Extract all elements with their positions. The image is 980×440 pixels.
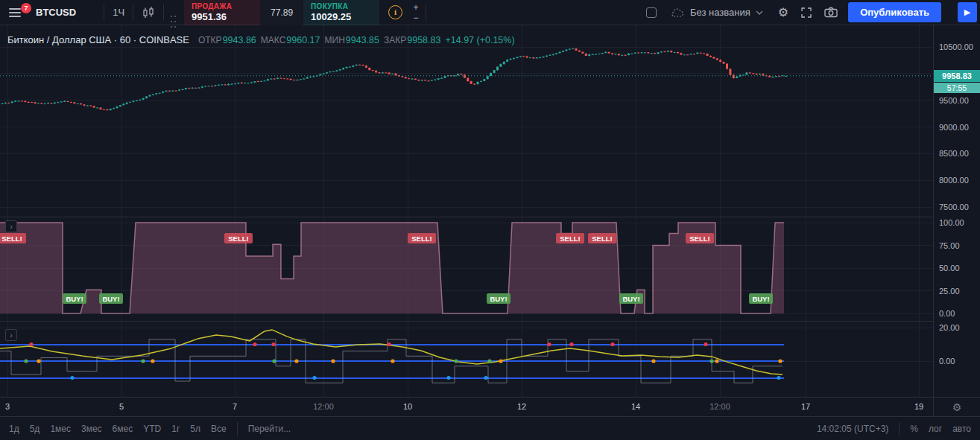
buy-label: ПОКУПКА [311, 2, 348, 10]
time-axis-label: 14 [631, 402, 640, 411]
toolbar-separator [104, 4, 104, 21]
range-ytd[interactable]: YTD [143, 424, 161, 434]
svg-text:BUY!: BUY! [490, 295, 507, 303]
time-axis-label: 12 [517, 402, 526, 411]
play-panel-button[interactable]: ▶ [958, 2, 977, 22]
legend-title[interactable]: Биткоин / Доллар США · 60 · COINBASE [7, 34, 189, 45]
chevron-down-icon [756, 10, 763, 15]
pane-separator[interactable] [0, 217, 980, 217]
info-button[interactable]: i [385, 5, 405, 19]
time-axis-label: 10 [403, 402, 412, 411]
range-1y[interactable]: 1г [171, 424, 180, 434]
trade-qty-controls: + − [408, 2, 423, 23]
publish-button[interactable]: Опубликовать [848, 2, 941, 22]
high-label: МАКС [261, 35, 286, 45]
svg-text:BUY!: BUY! [66, 295, 83, 303]
close-label: ЗАКР [384, 35, 406, 45]
price-axis-label: 9000.00 [939, 123, 969, 132]
interval-button[interactable]: 1Ч [107, 2, 130, 23]
trade-widget: ПРОДАЖА 9951.36 77.89 ПОКУПКА 10029.25 [184, 0, 379, 25]
price-axis-label: 8500.00 [939, 149, 969, 158]
close-value: 9958.83 [407, 35, 440, 45]
legend-open: ОТКР9943.86 [198, 35, 256, 45]
bottom-toolbar: 1д 5д 1мес 3мес 6мес YTD 1г 5л Все Перей… [0, 416, 980, 440]
time-axis[interactable]: 35712:0010121412:001719 [0, 397, 934, 417]
high-value: 9960.17 [286, 35, 320, 45]
axis-settings-corner[interactable]: ⚙ [933, 397, 980, 417]
range-1d[interactable]: 1д [9, 424, 19, 434]
price-axis-label: 25.00 [939, 287, 960, 296]
price-axis-label: 0.00 [939, 309, 955, 318]
sell-button[interactable]: ПРОДАЖА 9951.36 [184, 0, 260, 25]
buy-button[interactable]: ПОКУПКА 10029.25 [303, 0, 379, 25]
fullscreen-icon [800, 7, 812, 19]
range-6m[interactable]: 6мес [113, 424, 133, 434]
top-toolbar: 7 BTCUSD 1Ч ПРОДАЖА 9951.36 [0, 0, 980, 25]
pane-separator[interactable] [0, 321, 980, 322]
fullscreen-button[interactable] [799, 5, 814, 20]
time-axis-label: 3 [5, 402, 10, 411]
minus-button[interactable]: − [408, 13, 423, 23]
chart-legend: Биткоин / Доллар США · 60 · COINBASE ОТК… [7, 34, 515, 45]
toolbar-separator [426, 4, 426, 21]
candlestick-chart[interactable] [0, 25, 933, 217]
camera-icon [824, 7, 838, 18]
screenshot-button[interactable] [823, 5, 839, 19]
svg-text:SELL!: SELL! [592, 235, 612, 243]
gear-icon: ⚙ [952, 401, 962, 413]
range-3m[interactable]: 3мес [81, 424, 102, 434]
tradingview-chart-app: 7 BTCUSD 1Ч ПРОДАЖА 9951.36 [0, 0, 980, 440]
svg-text:SELL!: SELL! [228, 235, 248, 243]
goto-date-button[interactable]: Перейти... [248, 424, 291, 434]
checkbox-button[interactable] [646, 7, 657, 18]
plus-button[interactable]: + [408, 2, 423, 13]
price-axis[interactable]: 0.0020.000.0025.0050.0075.00100.007500.0… [933, 25, 980, 397]
price-axis-label: 10500.00 [939, 42, 973, 51]
footer-separator [899, 422, 900, 436]
range-5y[interactable]: 5л [190, 424, 200, 434]
legend-low: МИН9943.85 [325, 35, 379, 45]
percent-scale-button[interactable]: % [910, 424, 918, 434]
toolbar-separator [133, 4, 133, 21]
settings-button[interactable]: ⚙ [777, 5, 790, 20]
svg-text:BUY!: BUY! [752, 295, 769, 303]
price-axis-label: 9500.00 [939, 96, 969, 105]
range-all[interactable]: Все [211, 424, 227, 434]
time-axis-label: 5 [119, 402, 124, 411]
range-5d[interactable]: 5д [30, 424, 40, 434]
collapse-pane-button[interactable]: › [5, 220, 17, 232]
log-scale-button[interactable]: лог [929, 424, 942, 434]
auto-scale-button[interactable]: авто [952, 424, 971, 434]
play-icon: ▶ [964, 7, 970, 17]
chart-style-button[interactable] [136, 2, 161, 23]
range-1m[interactable]: 1мес [50, 424, 71, 434]
drag-handle[interactable] [171, 7, 178, 19]
price-axis-label: 8000.00 [939, 176, 969, 185]
oscillator-chart[interactable] [0, 321, 933, 397]
buy-price: 10029.25 [311, 11, 351, 22]
footer-separator [237, 422, 238, 436]
svg-text:SELL!: SELL! [689, 235, 709, 243]
price-axis-label: 20.00 [939, 323, 960, 332]
gear-icon: ⚙ [778, 7, 788, 19]
svg-text:SELL!: SELL! [560, 235, 580, 243]
last-price-tag: 9958.83 [934, 70, 980, 82]
price-axis-label: 75.00 [939, 241, 960, 250]
hamburger-icon [9, 6, 21, 19]
layout-name: Без названия [690, 7, 750, 18]
clock[interactable]: 14:02:05 (UTC+3) [817, 424, 888, 434]
symbol-button[interactable]: BTCUSD [28, 2, 101, 23]
notification-badge: 7 [21, 3, 31, 13]
candlestick-icon [142, 6, 155, 19]
price-axis-label: 50.00 [939, 264, 960, 272]
change-value: +14.97 (+0.15%) [445, 35, 514, 45]
main-menu-button[interactable]: 7 [4, 2, 28, 23]
signal-area-chart[interactable]: SELL!SELL!SELL!SELL!SELL!SELL!BUY!BUY!BU… [0, 217, 933, 321]
cloud-icon [670, 7, 685, 18]
open-value: 9943.86 [223, 35, 256, 45]
time-axis-label: 19 [914, 402, 923, 411]
price-axis-label: 100.00 [939, 218, 964, 227]
layout-name-button[interactable]: Без названия [666, 6, 768, 19]
collapse-pane-button[interactable]: › [5, 329, 17, 341]
info-icon: i [388, 5, 402, 19]
